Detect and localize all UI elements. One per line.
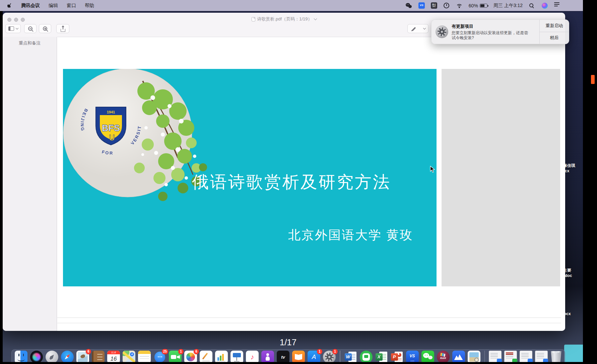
dock-icon-meeting-app[interactable] xyxy=(360,351,373,363)
control-center-icon[interactable] xyxy=(554,2,561,9)
pdf-content-area[interactable]: BEIJING FOR VERSIT 1941 BFS U xyxy=(57,37,565,331)
desktop-corner-window xyxy=(564,345,583,363)
notification-badge: 1 xyxy=(178,349,184,354)
chevron-down-icon xyxy=(423,27,425,29)
orange-edge-marker xyxy=(591,75,595,84)
menu-item-help[interactable]: 帮助 xyxy=(85,3,94,9)
dock-icon-tencent-meeting[interactable]: VS xyxy=(406,351,419,363)
input-method-icon[interactable]: 型 xyxy=(431,2,437,9)
dock-icon-minimized-window-3[interactable] xyxy=(520,351,532,363)
title-chevron-down-icon[interactable] xyxy=(314,17,317,20)
zoom-out-icon xyxy=(28,26,32,31)
zoom-out-button[interactable] xyxy=(24,24,37,33)
pdf-slide-page: BEIJING FOR VERSIT 1941 BFS U xyxy=(63,69,437,286)
menu-bar: 腾讯会议 编辑 窗口 帮助 VS 型 60% 周三 上午3:12 xyxy=(0,0,583,11)
later-button[interactable]: 稍后 xyxy=(540,32,569,44)
share-button[interactable] xyxy=(56,24,69,33)
dock-icon-launchpad[interactable] xyxy=(46,351,58,363)
dock-icon-rar[interactable]: RAR xyxy=(437,351,450,363)
dock-icon-system-preferences[interactable]: 1 xyxy=(323,351,336,363)
university-logo: BEIJING FOR VERSIT 1941 BFS U xyxy=(63,69,213,208)
sidebar-header: 重点和备注 xyxy=(3,40,57,46)
dock-icon-minimized-window-2[interactable] xyxy=(504,351,517,363)
notification-badge: 6 xyxy=(194,349,199,354)
slide-subtitle: 北京外国语大学 黄玫 xyxy=(288,227,413,244)
window-title[interactable]: 诗歌赏析.pdf（页码：1/19） xyxy=(257,16,312,22)
time-machine-icon[interactable] xyxy=(443,2,450,9)
dock-icon-minimized-window-1[interactable] xyxy=(489,351,502,363)
dock-icon-books[interactable] xyxy=(292,351,305,363)
dock-icon-photos[interactable]: 6 xyxy=(184,351,197,363)
dock-icon-calendar[interactable]: 11月16 xyxy=(107,351,120,363)
notification-body-line2: 试今晚安装? xyxy=(452,35,539,40)
notification-body-line1: 您要立刻重新启动以安装这些更新，还是尝 xyxy=(452,30,539,35)
dock-icon-siri[interactable] xyxy=(30,351,43,363)
logo-letter-u: U xyxy=(109,133,115,142)
spotlight-search-icon[interactable] xyxy=(529,2,535,9)
markup-button[interactable] xyxy=(407,24,421,33)
dock-icon-messages[interactable]: 25 xyxy=(153,351,166,363)
page-separator xyxy=(57,317,561,318)
menu-item-window[interactable]: 窗口 xyxy=(67,3,76,9)
notification-badge: 1 xyxy=(317,349,322,354)
notification-badge: 1 xyxy=(332,349,338,354)
menu-clock[interactable]: 周三 上午3:12 xyxy=(493,3,523,9)
dock-icon-contacts[interactable] xyxy=(92,351,105,363)
sidebar[interactable]: 重点和备注 xyxy=(3,37,57,331)
pencil-icon xyxy=(411,26,417,31)
dock-icon-preview[interactable] xyxy=(468,351,480,363)
dock-icon-trash[interactable] xyxy=(550,351,562,363)
meeting-status-icon[interactable]: VS xyxy=(418,2,425,9)
wifi-icon[interactable] xyxy=(456,4,463,9)
letterbox-right xyxy=(583,0,597,364)
restart-button[interactable]: 重新启动 xyxy=(540,20,569,32)
markup-dropdown-button[interactable] xyxy=(420,24,428,33)
battery-indicator[interactable]: 60% xyxy=(469,3,487,8)
notification-badge: 25 xyxy=(162,349,168,354)
dock-icon-powerpoint[interactable]: P xyxy=(391,351,403,363)
zoom-in-icon xyxy=(43,26,47,31)
dock-icon-m-app[interactable] xyxy=(452,351,465,363)
dock-icon-numbers[interactable] xyxy=(215,351,228,363)
notification-actions: 重新启动 稍后 xyxy=(539,20,569,44)
letterbox-bottom xyxy=(0,362,597,364)
dock-icon-safari[interactable] xyxy=(61,351,74,363)
page-indicator: 1/17 xyxy=(271,337,306,348)
system-preferences-icon xyxy=(436,25,448,38)
dock-icon-notes[interactable] xyxy=(138,351,151,363)
notification-badge: 6 xyxy=(86,349,91,354)
dock-icon-podcasts[interactable] xyxy=(261,351,274,363)
dock-icon-pages[interactable] xyxy=(200,351,212,363)
share-icon xyxy=(60,26,66,32)
dock-icon-finder[interactable] xyxy=(15,351,27,363)
zoom-in-button[interactable] xyxy=(39,24,51,33)
menu-item-edit[interactable]: 编辑 xyxy=(49,3,58,9)
dock-icon-minimized-window-4[interactable] xyxy=(535,351,548,363)
page-separator xyxy=(57,323,561,323)
document-icon xyxy=(252,17,255,21)
wechat-status-icon[interactable] xyxy=(406,2,412,9)
desktop-file-label[interactable]: 主要 doc xyxy=(565,268,583,278)
dock-icon-wechat[interactable] xyxy=(421,351,434,363)
dock-icon-excel[interactable]: X xyxy=(375,351,388,363)
dock-icon-facetime[interactable]: 1 xyxy=(169,351,182,363)
siri-icon[interactable] xyxy=(541,2,548,9)
sidebar-toggle-button[interactable] xyxy=(5,24,21,33)
adjacent-page-panel xyxy=(442,69,560,286)
apple-menu-icon[interactable] xyxy=(7,3,12,8)
dock-icon-mail[interactable]: 6 xyxy=(76,351,89,363)
desktop-file-label[interactable]: ocx xyxy=(565,311,583,316)
dock-icon-music[interactable]: ♪ xyxy=(246,351,259,363)
desktop-file-label[interactable]: 张佳琪 cx xyxy=(565,163,583,174)
logo-year: 1941 xyxy=(107,110,115,114)
dock-icon-word[interactable]: W xyxy=(344,351,357,363)
logo-letters: BFS xyxy=(102,123,120,133)
dock-icon-appstore[interactable]: A1 xyxy=(308,351,320,363)
mouse-cursor xyxy=(430,166,436,175)
dock-icon-maps[interactable]: A xyxy=(123,351,135,363)
notification-title: 有更新项目 xyxy=(452,23,539,29)
menu-item-app[interactable]: 腾讯会议 xyxy=(21,3,40,9)
dock-icon-keynote[interactable] xyxy=(230,351,243,363)
preview-window: 诗歌赏析.pdf（页码：1/19） 重点和备注 xyxy=(3,13,565,331)
dock-icon-tv[interactable]: tv xyxy=(277,351,289,363)
